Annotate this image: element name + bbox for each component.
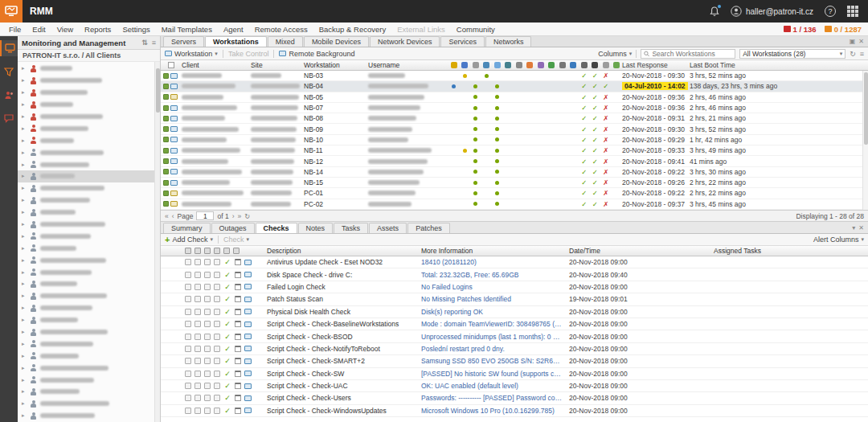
client-tree-item[interactable]: ▸ <box>18 350 160 362</box>
clear-column-icon[interactable] <box>185 248 191 254</box>
email-alert-icon[interactable] <box>204 284 211 290</box>
check-more-information[interactable]: No Missing Patches Identified <box>421 295 569 303</box>
expand-caret-icon[interactable]: ▸ <box>22 162 27 168</box>
email-alert-icon[interactable] <box>204 395 211 401</box>
workstation-row[interactable]: NB-12 ✓✓✗ 20-Nov-2018 - 09:41 41 mins ag… <box>161 156 868 166</box>
client-tree-item[interactable]: ▸ <box>18 338 160 350</box>
dashboard-column-icon[interactable] <box>194 248 201 254</box>
sms-alert-icon[interactable] <box>214 395 220 401</box>
tab-services[interactable]: Services <box>440 36 485 47</box>
monitoring-column-icon[interactable] <box>514 60 525 70</box>
clear-check-icon[interactable] <box>185 272 191 278</box>
remote-background-button[interactable]: Remote Background <box>279 50 354 58</box>
performance-column-icon[interactable] <box>492 60 503 70</box>
expand-caret-icon[interactable]: ▸ <box>22 173 27 179</box>
sms-alert-icon[interactable] <box>214 371 220 377</box>
email-alert-icon[interactable] <box>204 321 211 327</box>
check-more-information[interactable]: Passwords: ---------- [PASSED] Password … <box>421 394 569 402</box>
check-more-information[interactable]: Unprocessed minidumps (last 1 months): 0… <box>421 333 569 341</box>
client-tree-item[interactable]: ▸ <box>18 87 160 99</box>
client-tree-item[interactable]: ▸ <box>18 75 160 87</box>
client-tree-item[interactable]: ▸ <box>18 302 160 314</box>
expand-caret-icon[interactable]: ▸ <box>22 329 27 335</box>
client-tree-item[interactable]: ▸ <box>18 230 160 242</box>
expand-caret-icon[interactable]: ▸ <box>22 137 27 144</box>
clear-check-icon[interactable] <box>185 259 191 265</box>
updates-column-icon[interactable] <box>557 60 568 70</box>
web-protection-column-icon[interactable] <box>503 60 514 70</box>
client-tree-item[interactable]: ▸ <box>18 63 160 75</box>
sms-alert-icon[interactable] <box>214 309 220 315</box>
check-more-information[interactable]: Samsung SSD 850 EVO 250GB S/N: S2R6NX0J4… <box>421 357 569 365</box>
clear-check-icon[interactable] <box>185 284 191 290</box>
client-tree-item[interactable]: ▸ <box>18 111 160 123</box>
check-row[interactable]: ✓ Script Check - Check-Users Passwords: … <box>161 392 868 404</box>
email-alert-icon[interactable] <box>204 334 211 340</box>
schedule-column-icon[interactable] <box>233 248 240 254</box>
check-description[interactable]: Script Check - Check-BSOD <box>267 333 421 341</box>
prev-page-icon[interactable]: ‹ <box>172 212 174 220</box>
sms-alert-icon[interactable] <box>214 259 220 265</box>
expand-caret-icon[interactable]: ▸ <box>22 257 27 264</box>
app-switcher-icon[interactable] <box>847 6 858 17</box>
tab-servers[interactable]: Servers <box>163 36 204 47</box>
dashboard-alert-icon[interactable] <box>194 371 201 377</box>
expand-caret-icon[interactable]: ▸ <box>22 341 27 347</box>
email-alert-icon[interactable] <box>204 272 211 278</box>
dashboard-alert-icon[interactable] <box>194 284 201 290</box>
expand-caret-icon[interactable]: ▸ <box>22 281 27 287</box>
check-actions-button[interactable]: Check ▾ <box>223 236 249 244</box>
alert-columns-button[interactable]: Alert Columns ▾ <box>813 236 864 244</box>
workstation-alerts-badge[interactable]: 0 / 1287 <box>825 25 862 34</box>
clear-check-icon[interactable] <box>185 358 191 364</box>
clear-check-icon[interactable] <box>185 296 191 302</box>
col-datetime[interactable]: Date/Time <box>569 247 714 255</box>
workstation-filter-dropdown[interactable]: All Workstations (28) ▾ <box>739 49 845 59</box>
virus-scan-column-icon[interactable] <box>535 60 547 70</box>
table-scrollbar-thumb[interactable] <box>864 72 868 145</box>
workstation-row[interactable]: NB-05 ✓✓✗ 20-Nov-2018 - 09:36 2 hrs, 46 … <box>161 92 868 103</box>
refresh-table-icon[interactable]: ↻ <box>244 212 250 220</box>
check-more-information[interactable]: Total: 232.32GB, Free: 65.69GB <box>421 271 569 279</box>
settings-column-icon[interactable] <box>579 60 590 70</box>
expand-caret-icon[interactable]: ▸ <box>22 365 27 371</box>
sms-alert-icon[interactable] <box>214 321 220 327</box>
check-description[interactable]: Patch Status Scan <box>267 295 421 303</box>
check-description[interactable]: Script Check - Check-Users <box>267 394 421 402</box>
expand-caret-icon[interactable]: ▸ <box>22 221 27 227</box>
email-alert-icon[interactable] <box>204 358 211 364</box>
client-tree-item[interactable]: ▸ <box>18 219 160 231</box>
workstation-row[interactable]: NB-10 ✓✓✗ 20-Nov-2018 - 09:29 1 hr, 42 m… <box>161 135 868 145</box>
check-description[interactable]: Physical Disk Health Check <box>267 308 421 316</box>
tab-checks[interactable]: Checks <box>256 223 297 233</box>
cut-column-icon[interactable] <box>470 60 481 70</box>
workstation-row[interactable]: NB-14 ✓✓✗ 20-Nov-2018 - 09:22 3 hrs, 30 … <box>161 167 868 178</box>
check-description[interactable]: Disk Space Check - drive C: <box>267 271 421 279</box>
check-row[interactable]: ✓ Script Check - Check-WindowsUpdates Mi… <box>161 405 868 417</box>
expand-caret-icon[interactable]: ▸ <box>22 150 27 156</box>
expand-caret-icon[interactable]: ▸ <box>22 125 27 132</box>
col-site[interactable]: Site <box>251 61 304 69</box>
app-logo[interactable] <box>0 0 23 23</box>
spam-protection-column-icon[interactable] <box>525 60 536 70</box>
sms-alert-icon[interactable] <box>214 284 220 290</box>
sms-alert-column-icon[interactable] <box>214 248 220 254</box>
workstation-menu-button[interactable]: Workstation ▾ <box>165 50 218 58</box>
check-description[interactable]: Script Check - Check-SMART+2 <box>267 357 421 365</box>
email-alert-column-icon[interactable] <box>204 248 211 254</box>
tab-summary[interactable]: Summary <box>163 223 211 233</box>
client-tree-item[interactable]: ▸ <box>18 254 160 266</box>
panel-maximize-icon[interactable]: ▣ <box>850 38 856 45</box>
expand-caret-icon[interactable]: ▸ <box>22 77 27 84</box>
screen-share-column-icon[interactable] <box>600 60 612 70</box>
expand-caret-icon[interactable]: ▸ <box>22 305 27 311</box>
dashboard-alert-icon[interactable] <box>194 309 201 315</box>
sms-alert-icon[interactable] <box>214 383 220 389</box>
tab-notes[interactable]: Notes <box>298 223 334 233</box>
monitoring-view-button[interactable] <box>0 40 18 56</box>
client-tree-item[interactable]: ▸ <box>18 278 160 290</box>
tab-tasks[interactable]: Tasks <box>334 223 368 233</box>
dashboard-alert-icon[interactable] <box>194 259 201 265</box>
clear-check-icon[interactable] <box>185 371 191 377</box>
check-row[interactable]: ✓ Failed Login Check No Failed Logins 20… <box>161 281 868 293</box>
